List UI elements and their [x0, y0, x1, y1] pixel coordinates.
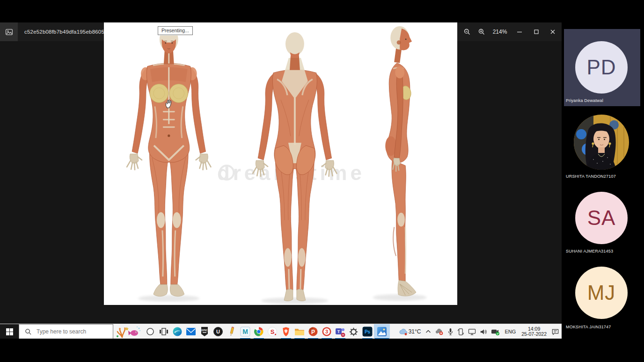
participant-name: SUHANI AJMERA31453	[566, 249, 613, 253]
windows-logo-icon	[6, 328, 13, 335]
zoom-in-button[interactable]	[474, 22, 489, 41]
participant-name: MOKSHITA JAIN31747	[566, 325, 611, 329]
phone-link-status[interactable]	[456, 324, 466, 339]
taskbar-app-file-explorer[interactable]	[293, 324, 306, 339]
taskbar: EPIC U	[0, 324, 562, 339]
start-button[interactable]	[0, 324, 19, 339]
mail-icon	[186, 327, 196, 336]
task-view-icon	[159, 327, 168, 336]
letterbox-top	[0, 0, 644, 22]
system-tray: 31°C	[397, 324, 561, 339]
weather-widget[interactable]: 31°C	[397, 324, 424, 339]
microphone-icon	[447, 328, 454, 336]
language-code: ENG	[505, 329, 516, 334]
gear-icon	[349, 327, 359, 337]
svg-text:U: U	[216, 329, 220, 334]
onedrive-status[interactable]	[433, 324, 445, 339]
participant-tile[interactable]: SA SUHANI AJMERA31453	[564, 185, 640, 257]
close-button[interactable]	[545, 22, 561, 41]
taskbar-app-m[interactable]: M	[238, 324, 252, 339]
svg-text:M: M	[242, 328, 248, 335]
taskbar-app-powerpoint[interactable]: P	[306, 324, 320, 339]
hand-cursor	[164, 99, 172, 110]
taskbar-app-edge[interactable]	[170, 324, 184, 339]
taskbar-app-mail[interactable]	[184, 324, 198, 339]
temperature-value: 31°C	[409, 328, 421, 335]
screen: c52e52b08fb7b49dfa195eb860547d8f.jpg	[0, 0, 644, 362]
volume-status[interactable]	[478, 324, 489, 339]
avatar-initials: SA	[587, 206, 616, 230]
network-status[interactable]	[467, 324, 477, 339]
avatar-initials: PD	[586, 56, 616, 79]
photo-file-icon	[5, 28, 13, 36]
weather-cloud-icon	[398, 327, 409, 336]
participant-tile[interactable]: URSHITA TANDON27107	[564, 109, 640, 181]
date-value: 25-07-2022	[521, 332, 547, 337]
m-app-icon: M	[240, 326, 250, 337]
meeting-participants-sidebar: PD Priyanka Dewatwal	[562, 0, 644, 362]
taskbar-app-s[interactable]: S	[265, 324, 279, 339]
letterbox-bottom	[0, 339, 644, 362]
brave-icon	[281, 326, 291, 337]
photos-app-tab[interactable]	[0, 22, 18, 41]
taskbar-app-red-badge[interactable]: 3	[320, 324, 333, 339]
presenting-indicator: Presenting...	[158, 26, 193, 35]
taskbar-app-photoshop[interactable]: Ps	[360, 324, 374, 339]
taskbar-app-teams[interactable]: T	[333, 324, 347, 339]
powerpoint-icon: P	[308, 326, 318, 337]
chevron-up-icon	[425, 329, 431, 334]
taskbar-app-unreal[interactable]: U	[211, 324, 225, 339]
search-highlight-graphic[interactable]	[114, 324, 142, 339]
maximize-button[interactable]	[528, 22, 544, 41]
participant-tile[interactable]: PD Priyanka Dewatwal	[564, 29, 640, 106]
task-view-button[interactable]	[157, 324, 170, 339]
photoshop-icon: Ps	[362, 326, 373, 337]
search-icon	[25, 328, 32, 335]
microphone-status[interactable]	[446, 324, 455, 339]
taskbar-icons: EPIC U	[143, 324, 390, 339]
anatomy-photo[interactable]: dreamstime	[104, 22, 457, 305]
svg-text:3: 3	[325, 329, 328, 334]
zoom-out-button[interactable]	[460, 22, 474, 41]
taskbar-app-settings[interactable]	[347, 324, 360, 339]
participant-name: Priyanka Dewatwal	[566, 98, 603, 103]
anatomy-figures-image: dreamstime	[104, 22, 457, 305]
action-center-icon	[551, 328, 559, 336]
language-indicator[interactable]: ENG	[502, 324, 518, 339]
red-circle-app-icon: 3	[322, 326, 332, 337]
avatar: PD	[575, 41, 628, 94]
epic-games-icon: EPIC	[200, 326, 209, 337]
speaker-icon	[480, 328, 487, 335]
cortana-icon	[146, 327, 154, 336]
participant-tile[interactable]: MJ MOKSHITA JAIN31747	[564, 260, 640, 333]
action-center-button[interactable]	[550, 324, 561, 339]
avatar: SA	[575, 192, 628, 244]
taskbar-app-photos-active[interactable]	[374, 324, 390, 339]
clock[interactable]: 14:09 25-07-2022	[519, 326, 549, 337]
taskbar-app-epic-games[interactable]: EPIC	[198, 324, 211, 339]
photos-icon	[377, 326, 387, 337]
cortana-button[interactable]	[143, 324, 157, 339]
phone-link-icon	[457, 328, 464, 336]
avatar: MJ	[575, 267, 628, 319]
taskbar-app-chrome[interactable]	[252, 324, 265, 339]
pencil-app-icon	[227, 326, 236, 337]
zoom-level-value: 214%	[490, 22, 510, 41]
minimize-button[interactable]	[512, 22, 527, 41]
teams-icon: T	[335, 326, 346, 337]
file-explorer-icon	[294, 327, 305, 336]
taskbar-app-pencil[interactable]	[225, 324, 238, 339]
svg-text:S: S	[270, 328, 274, 335]
svg-text:Ps: Ps	[364, 329, 370, 334]
search-input[interactable]	[36, 328, 108, 335]
taskbar-search[interactable]	[19, 324, 113, 339]
svg-text:EPIC: EPIC	[201, 329, 207, 332]
unreal-engine-icon: U	[213, 326, 223, 337]
s-app-icon: S	[267, 326, 278, 337]
recorder-status[interactable]	[490, 324, 501, 339]
participant-name: URSHITA TANDON27107	[566, 174, 616, 179]
chrome-icon	[254, 326, 264, 337]
tray-expand-button[interactable]	[424, 324, 432, 339]
taskbar-app-brave[interactable]	[279, 324, 293, 339]
screen-recorder-icon	[491, 328, 500, 336]
